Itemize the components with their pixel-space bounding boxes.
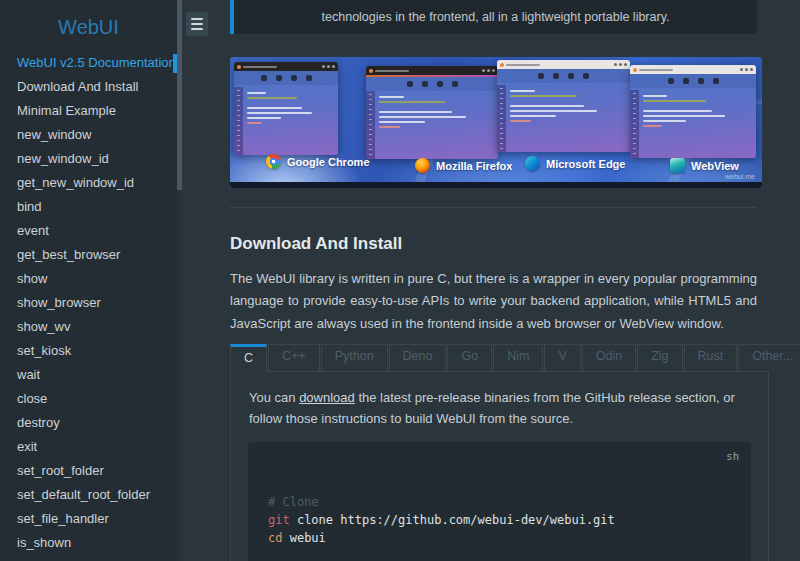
tab-v[interactable]: V [544, 344, 580, 371]
firefox-icon [415, 158, 430, 173]
mini-app-window [366, 66, 498, 159]
sidebar-item[interactable]: Minimal Example [0, 99, 177, 123]
mini-window-toolbar [366, 77, 498, 91]
mini-window-body [630, 74, 756, 158]
mini-window-titlebar [497, 60, 630, 69]
tab-python[interactable]: Python [321, 344, 388, 371]
panel-text: You can [249, 390, 299, 405]
sidebar-item[interactable]: new_window_id [0, 147, 177, 171]
tab-rust[interactable]: Rust [684, 344, 738, 371]
code-block: sh # Clonegit clone https://github.com/w… [248, 442, 751, 561]
mini-app-window [234, 62, 338, 155]
sidebar-item[interactable]: is_shown [0, 531, 177, 555]
code-content: # Clonegit clone https://github.com/webu… [268, 493, 731, 561]
sidebar-item[interactable]: wait [0, 363, 177, 387]
tab-c[interactable]: C++ [268, 344, 320, 371]
section-paragraph: The WebUI library is written in pure C, … [230, 268, 757, 335]
sidebar-item[interactable]: destroy [0, 411, 177, 435]
sidebar-item[interactable]: show_wv [0, 315, 177, 339]
sidebar-item[interactable]: event [0, 219, 177, 243]
browser-label-edge: Microsoft Edge [525, 156, 625, 171]
tab-panel: You can download the latest pre-release … [230, 371, 769, 561]
mini-window-code [497, 86, 630, 152]
mini-window-titlebar [630, 65, 756, 74]
hero-screenshot: Google Chrome Mozilla Firefox Microsoft … [230, 57, 762, 188]
webview-icon [670, 158, 685, 173]
tab-c[interactable]: C [230, 344, 267, 372]
mini-window-code [630, 91, 756, 158]
tab-nim[interactable]: Nim [493, 344, 543, 371]
edge-icon [525, 156, 540, 171]
sidebar-item[interactable]: show [0, 267, 177, 291]
language-tabs: CC++PythonDenoGoNimVOdinZigRustOther... [230, 344, 800, 372]
section-heading: Download And Install [230, 234, 402, 254]
mini-window-body [366, 75, 498, 159]
browser-label-webview: WebView [670, 158, 739, 173]
intro-text: technologies in the frontend, all in a l… [322, 10, 670, 24]
tab-zig[interactable]: Zig [637, 344, 682, 371]
sidebar-item[interactable]: close [0, 387, 177, 411]
mini-window-body [234, 71, 338, 155]
sidebar-item[interactable]: get_new_window_id [0, 171, 177, 195]
tab-odin[interactable]: Odin [582, 344, 636, 371]
browser-name: Google Chrome [287, 156, 370, 168]
sidebar: WebUI WebUI v2.5 DocumentationDownload A… [0, 0, 177, 561]
sidebar-item[interactable]: bind [0, 195, 177, 219]
sidebar-item[interactable]: new_window [0, 123, 177, 147]
sidebar-item[interactable]: set_root_folder [0, 459, 177, 483]
main-content: technologies in the frontend, all in a l… [230, 0, 757, 561]
hero-watermark: webui.me [725, 173, 755, 180]
sidebar-item[interactable]: get_best_browser [0, 243, 177, 267]
browser-name: WebView [691, 160, 739, 172]
browser-label-firefox: Mozilla Firefox [415, 158, 512, 173]
code-language-badge: sh [726, 447, 739, 465]
code-line: git clone https://github.com/webui-dev/w… [268, 511, 731, 529]
browser-label-chrome: Google Chrome [266, 154, 370, 169]
sidebar-nav: WebUI v2.5 DocumentationDownload And Ins… [0, 51, 177, 555]
sidebar-item[interactable]: set_default_root_folder [0, 483, 177, 507]
mini-window-code [366, 92, 498, 159]
sidebar-toggle-button[interactable] [186, 12, 208, 36]
mini-window-body [497, 69, 630, 152]
mini-window-titlebar [234, 62, 338, 71]
chrome-icon [266, 154, 281, 169]
browser-name: Microsoft Edge [546, 158, 625, 170]
divider [230, 207, 757, 208]
download-link[interactable]: download [299, 390, 355, 405]
hero-taskbar [230, 182, 762, 188]
browser-name: Mozilla Firefox [436, 160, 512, 172]
app-title: WebUI [0, 0, 177, 39]
mini-window-code [234, 88, 338, 155]
tab-other[interactable]: Other... [738, 344, 800, 371]
mini-window-toolbar [234, 71, 338, 85]
tab-deno[interactable]: Deno [389, 344, 447, 371]
code-line: cd webui [268, 529, 731, 547]
mini-window-toolbar [630, 74, 756, 88]
mini-window-titlebar [366, 66, 498, 75]
sidebar-item[interactable]: Download And Install [0, 75, 177, 99]
mini-window-toolbar [497, 69, 630, 83]
sidebar-scrollbar[interactable] [177, 0, 182, 561]
mini-app-window [497, 60, 630, 152]
sidebar-item[interactable]: set_kiosk [0, 339, 177, 363]
sidebar-item[interactable]: set_file_handler [0, 507, 177, 531]
sidebar-item[interactable]: show_browser [0, 291, 177, 315]
sidebar-scrollbar-thumb[interactable] [177, 0, 182, 190]
code-line [268, 547, 731, 561]
sidebar-item[interactable]: exit [0, 435, 177, 459]
tab-go[interactable]: Go [447, 344, 492, 371]
code-line: # Clone [268, 493, 731, 511]
mini-app-window [630, 65, 756, 158]
intro-quote: technologies in the frontend, all in a l… [230, 0, 757, 34]
panel-paragraph: You can download the latest pre-release … [249, 387, 750, 429]
sidebar-item[interactable]: WebUI v2.5 Documentation [0, 51, 177, 75]
